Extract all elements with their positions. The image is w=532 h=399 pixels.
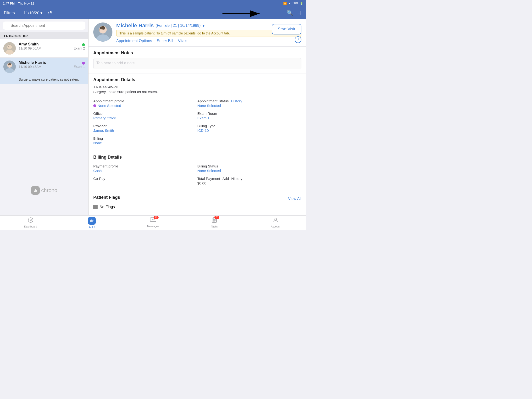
- tasks-icon: 28: [212, 217, 217, 224]
- billing-label: Billing: [93, 136, 197, 140]
- tab-tasks[interactable]: 28 Tasks: [184, 217, 245, 228]
- billing-status-cell: Billing Status None Selected: [197, 162, 301, 175]
- add-icon[interactable]: +: [298, 9, 302, 18]
- dashboard-icon: [28, 217, 33, 224]
- billing-details-grid: Payment profile Cash Billing Status None…: [93, 162, 301, 187]
- start-visit-button[interactable]: Start Visit: [272, 24, 301, 34]
- appt-room-michelle: Exam 1: [74, 65, 85, 69]
- appt-status-label: Appointment Status: [197, 99, 229, 103]
- appointment-info-amy: Amy Smith 11/10 09:00AM Exam 2: [19, 42, 85, 50]
- exam-room-label: Exam Room: [197, 111, 301, 115]
- total-payment-add-link[interactable]: Add: [222, 177, 229, 181]
- tasks-badge: 28: [214, 216, 219, 219]
- nav-date: 11/10/20 ▾: [23, 11, 43, 16]
- tab-ehr-label: EHR: [89, 225, 95, 228]
- billing-status-label: Billing Status: [197, 164, 301, 168]
- total-payment-history-link[interactable]: History: [231, 177, 243, 181]
- appointment-details-title: Appointment Details: [93, 77, 301, 82]
- appt-note-michelle: Surgery, make sure patient as not eaten.: [0, 76, 88, 84]
- billing-value[interactable]: None: [93, 141, 197, 145]
- refresh-icon[interactable]: ↺: [48, 10, 52, 16]
- tab-dashboard[interactable]: Dashboard: [0, 217, 61, 228]
- tab-tasks-label: Tasks: [211, 225, 218, 228]
- patient-demographics: (Female | 21 | 10/14/1999): [156, 23, 201, 28]
- super-bill-link[interactable]: Super Bill: [157, 39, 173, 43]
- payment-profile-label: Payment profile: [93, 164, 197, 168]
- payment-profile-value[interactable]: Cash: [93, 169, 197, 173]
- patient-name-michelle: Michelle Harris: [19, 61, 46, 65]
- provider-label: Provider: [93, 124, 197, 128]
- search-input[interactable]: [3, 22, 85, 30]
- vitals-link[interactable]: Vitals: [178, 39, 187, 43]
- tab-account[interactable]: Account: [245, 217, 306, 228]
- appt-room-amy: Exam 2: [74, 46, 85, 50]
- appt-status-history-link[interactable]: History: [231, 99, 242, 103]
- appointment-notes-title: Appointment Notes: [93, 51, 301, 56]
- appointment-info-michelle: Michelle Harris 11/10 09:45AM Exam 1: [19, 61, 85, 69]
- tab-messages[interactable]: 10 Messages: [122, 217, 184, 228]
- filters-button[interactable]: Filters: [4, 11, 15, 15]
- billing-type-cell: Billing Type ICD-10: [197, 122, 301, 134]
- dr-logo-box: dr: [31, 186, 40, 195]
- date-header: 11/10/2020 Tue: [0, 32, 88, 39]
- messages-icon: 10: [150, 217, 156, 224]
- billing-type-label: Billing Type: [197, 124, 301, 128]
- flags-checkbox-icon: [93, 205, 98, 209]
- appointment-item-amy[interactable]: Amy Smith 11/10 09:00AM Exam 2: [0, 39, 88, 58]
- patient-actions: Appointment Options Super Bill Vitals: [116, 39, 301, 43]
- patient-header: Michelle Harris (Female | 21 | 10/14/199…: [89, 19, 306, 47]
- patient-name[interactable]: Michelle Harris: [116, 22, 154, 29]
- tab-ehr[interactable]: dr EHR: [61, 217, 122, 228]
- status-bar: 1:47 PM Thu Nov 12 📶 ▲ 58% 🔋: [0, 0, 306, 7]
- appointment-item-michelle[interactable]: Michelle Harris 11/10 09:45AM Exam 1: [0, 58, 88, 76]
- avatar-amy: [3, 42, 16, 55]
- right-panel: Michelle Harris (Female | 21 | 10/14/199…: [89, 19, 306, 215]
- account-icon: [273, 217, 279, 224]
- search-bar: 🔍: [0, 19, 88, 32]
- billing-details-title: Billing Details: [93, 155, 301, 160]
- battery-level: 58%: [292, 2, 298, 5]
- patient-avatar: [93, 22, 112, 42]
- office-value[interactable]: Primary Office: [93, 116, 197, 120]
- provider-value[interactable]: James Smith: [93, 128, 197, 133]
- tab-messages-label: Messages: [147, 225, 159, 228]
- appointment-options-link[interactable]: Appointment Options: [116, 39, 152, 43]
- svg-point-20: [275, 218, 277, 220]
- copay-label: Co-Pay: [93, 177, 197, 181]
- status-right-icons: 📶 ▲ 58% 🔋: [283, 2, 303, 5]
- appt-profile-value[interactable]: None Selected: [93, 104, 197, 108]
- signal-icon: ▲: [288, 2, 291, 5]
- view-all-link[interactable]: View All: [288, 197, 301, 201]
- payment-profile-cell: Payment profile Cash: [93, 162, 197, 175]
- drchrono-logo: dr chrono: [0, 182, 89, 199]
- notes-input[interactable]: Tap here to add a note: [93, 58, 301, 69]
- svg-point-9: [9, 65, 9, 66]
- nav-bar: Filters 11/10/20 ▾ ↺ 🔍 +: [0, 7, 306, 19]
- status-time-date: 1:47 PM Thu Nov 12: [3, 2, 34, 5]
- appt-status-cell: Appointment Status History None Selected: [197, 97, 301, 110]
- status-dot-amy: [82, 43, 85, 46]
- appointment-details-grid: Appointment profile None Selected Appoin…: [93, 97, 301, 147]
- provider-cell: Provider James Smith: [93, 122, 197, 134]
- appt-note-detail: Surgery, make sure patient as not eaten.: [93, 90, 301, 94]
- copay-cell: Co-Pay: [93, 175, 197, 187]
- billing-type-value[interactable]: ICD-10: [197, 128, 301, 133]
- date-chevron[interactable]: ▾: [40, 11, 43, 15]
- status-dot-michelle: [82, 62, 85, 65]
- tab-account-label: Account: [271, 225, 280, 228]
- info-icon[interactable]: i: [295, 36, 301, 43]
- appt-status-value[interactable]: None Selected: [197, 104, 301, 108]
- avatar-michelle: [3, 61, 16, 73]
- left-panel: 🔍 11/10/2020 Tue Amy Smith 11/10 09:00AM…: [0, 19, 89, 215]
- exam-room-value[interactable]: Exam 1: [197, 116, 301, 120]
- search-icon-nav[interactable]: 🔍: [287, 10, 293, 16]
- patient-dropdown-chevron[interactable]: ▾: [203, 23, 204, 28]
- tab-dashboard-label: Dashboard: [24, 225, 37, 228]
- appt-profile-label: Appointment profile: [93, 99, 197, 103]
- profile-dot: [93, 104, 96, 107]
- billing-status-value[interactable]: None Selected: [197, 169, 301, 173]
- battery-icon: 🔋: [300, 2, 303, 5]
- billing-details-section: Billing Details Payment profile Cash Bil…: [89, 151, 306, 191]
- ehr-icon: dr: [88, 217, 96, 225]
- messages-badge: 10: [154, 216, 158, 219]
